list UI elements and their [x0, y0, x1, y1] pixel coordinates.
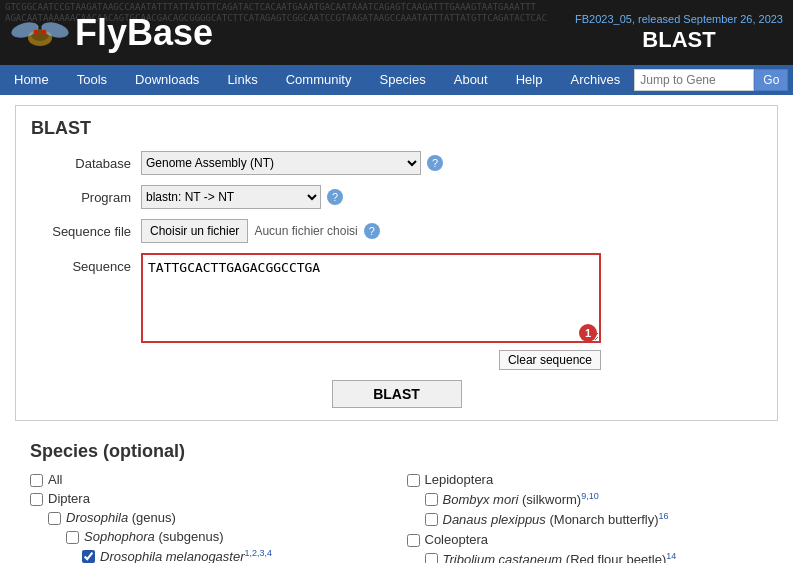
- list-item: Drosophila (genus): [30, 510, 387, 525]
- list-item: Diptera: [30, 491, 387, 506]
- navbar: Home Tools Downloads Links Community Spe…: [0, 65, 793, 95]
- list-item: All: [30, 472, 387, 487]
- species-sophophora-label: Sophophora (subgenus): [84, 529, 224, 544]
- list-item: Lepidoptera: [407, 472, 764, 487]
- header-right: FB2023_05, released September 26, 2023 B…: [575, 13, 783, 53]
- database-row: Database Genome Assembly (NT) Genome Ass…: [31, 151, 762, 175]
- jump-to-gene-input[interactable]: [634, 69, 754, 91]
- clear-sequence-button[interactable]: Clear sequence: [499, 350, 601, 370]
- list-item: Coleoptera: [407, 532, 764, 547]
- database-help-icon[interactable]: ?: [427, 155, 443, 171]
- checkbox-d-melanogaster[interactable]: [82, 550, 95, 563]
- species-right-col: Lepidoptera Bombyx mori (silkworm)9,10 D…: [407, 472, 764, 563]
- species-all-label: All: [48, 472, 62, 487]
- nav-about[interactable]: About: [440, 65, 502, 95]
- database-label: Database: [31, 156, 141, 171]
- page-title-header: BLAST: [575, 27, 783, 53]
- species-diptera-label: Diptera: [48, 491, 90, 506]
- main-content: BLAST Database Genome Assembly (NT) Geno…: [0, 95, 793, 563]
- nav-species[interactable]: Species: [365, 65, 439, 95]
- species-danaus-label: Danaus plexippus (Monarch butterfly)16: [443, 511, 669, 527]
- species-columns: All Diptera Drosophila (genus) Sophophor…: [30, 472, 763, 563]
- nav-home[interactable]: Home: [0, 65, 63, 95]
- checkbox-bombyx[interactable]: [425, 493, 438, 506]
- sequence-file-label: Sequence file: [31, 224, 141, 239]
- nav-archives[interactable]: Archives: [556, 65, 634, 95]
- list-item: Bombyx mori (silkworm)9,10: [407, 491, 764, 507]
- checkbox-tribolium[interactable]: [425, 553, 438, 563]
- species-title: Species (optional): [30, 441, 763, 462]
- species-drosophila-genus-label: Drosophila (genus): [66, 510, 176, 525]
- database-select[interactable]: Genome Assembly (NT) Genome Assembly (AA…: [141, 151, 421, 175]
- sequence-badge: 1: [579, 324, 597, 342]
- nav-tools[interactable]: Tools: [63, 65, 121, 95]
- blast-submit-button[interactable]: BLAST: [332, 380, 462, 408]
- file-help-icon[interactable]: ?: [364, 223, 380, 239]
- checkbox-lepidoptera[interactable]: [407, 474, 420, 487]
- checkbox-all[interactable]: [30, 474, 43, 487]
- species-bombyx-label: Bombyx mori (silkworm)9,10: [443, 491, 599, 507]
- sequence-label: Sequence: [31, 253, 141, 274]
- flybase-logo-icon: [10, 10, 70, 55]
- species-coleoptera-label: Coleoptera: [425, 532, 489, 547]
- svg-point-4: [34, 30, 39, 35]
- nav-community[interactable]: Community: [272, 65, 366, 95]
- checkbox-danaus[interactable]: [425, 513, 438, 526]
- site-logo-text: FlyBase: [75, 12, 213, 54]
- checkbox-sophophora[interactable]: [66, 531, 79, 544]
- species-left-col: All Diptera Drosophila (genus) Sophophor…: [30, 472, 387, 563]
- nav-help[interactable]: Help: [502, 65, 557, 95]
- sequence-textarea[interactable]: TATTGCACTTGAGACGGCCTGA: [141, 253, 601, 343]
- sequence-file-row: Sequence file Choisir un fichier Aucun f…: [31, 219, 762, 243]
- blast-section-title: BLAST: [31, 118, 762, 139]
- species-lepidoptera-label: Lepidoptera: [425, 472, 494, 487]
- program-select[interactable]: blastn: NT -> NT blastp: AA -> AA blastx…: [141, 185, 321, 209]
- svg-point-5: [42, 30, 47, 35]
- jump-to-gene-button[interactable]: Go: [754, 69, 788, 91]
- species-melanogaster-label: Drosophila melanogaster1,2,3,4: [100, 548, 272, 563]
- nav-links[interactable]: Links: [213, 65, 271, 95]
- list-item: Tribolium castaneum (Red flour beetle)14: [407, 551, 764, 563]
- jump-to-gene-area: Go: [634, 69, 793, 91]
- blast-section: BLAST Database Genome Assembly (NT) Geno…: [15, 105, 778, 421]
- sequence-row: Sequence TATTGCACTTGAGACGGCCTGA 1 Clear …: [31, 253, 762, 370]
- logo-area: FlyBase: [10, 10, 575, 55]
- checkbox-coleoptera[interactable]: [407, 534, 420, 547]
- list-item: Drosophila melanogaster1,2,3,4: [30, 548, 387, 563]
- checkbox-drosophila-genus[interactable]: [48, 512, 61, 525]
- species-section: Species (optional) All Diptera Drosophil…: [15, 436, 778, 563]
- release-info: FB2023_05, released September 26, 2023: [575, 13, 783, 25]
- program-label: Program: [31, 190, 141, 205]
- list-item: Sophophora (subgenus): [30, 529, 387, 544]
- checkbox-diptera[interactable]: [30, 493, 43, 506]
- sequence-area: TATTGCACTTGAGACGGCCTGA 1: [141, 253, 601, 346]
- list-item: Danaus plexippus (Monarch butterfly)16: [407, 511, 764, 527]
- no-file-chosen: Aucun fichier choisi: [254, 224, 357, 238]
- nav-downloads[interactable]: Downloads: [121, 65, 213, 95]
- species-tribolium-label: Tribolium castaneum (Red flour beetle)14: [443, 551, 677, 563]
- choose-file-button[interactable]: Choisir un fichier: [141, 219, 248, 243]
- program-row: Program blastn: NT -> NT blastp: AA -> A…: [31, 185, 762, 209]
- header: GTCGGCAATCCGTAAGATAAGCCAAATATTTATTATGTTC…: [0, 0, 793, 65]
- program-help-icon[interactable]: ?: [327, 189, 343, 205]
